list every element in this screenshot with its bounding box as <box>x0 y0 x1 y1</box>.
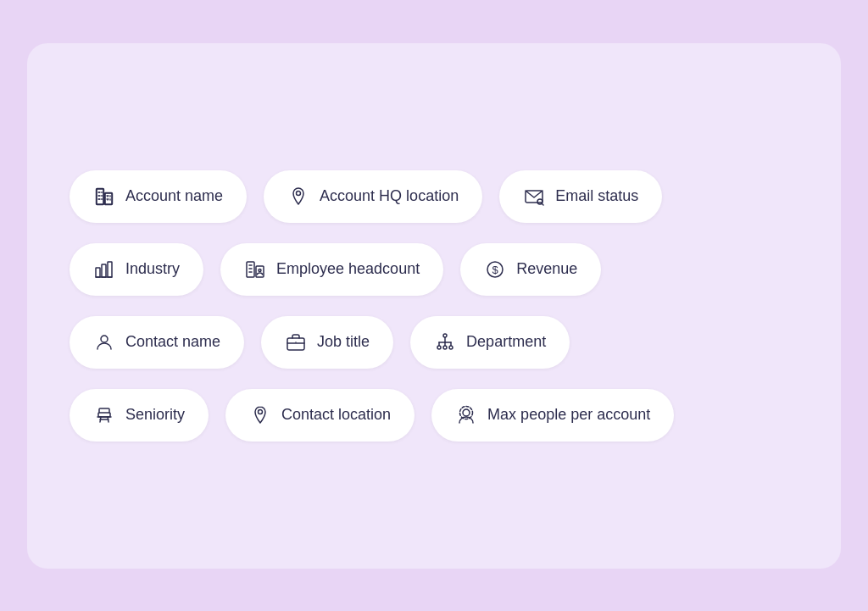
chip-industry[interactable]: Industry <box>70 243 203 296</box>
dollar-circle-icon: $ <box>484 258 506 281</box>
max-people-icon <box>455 404 477 426</box>
svg-point-57 <box>259 409 263 414</box>
row-2: Industry Employee headcount <box>70 243 798 296</box>
row-1: Account name Account HQ location Ema <box>70 170 798 223</box>
svg-point-40 <box>101 336 108 342</box>
chip-employee-headcount[interactable]: Employee headcount <box>220 243 443 296</box>
employee-headcount-label: Employee headcount <box>276 260 420 278</box>
svg-point-58 <box>463 409 470 416</box>
account-name-label: Account name <box>125 187 223 205</box>
chip-job-title[interactable]: Job title <box>261 316 393 369</box>
building-people-icon <box>244 258 266 281</box>
contact-location-label: Contact location <box>281 406 391 424</box>
svg-rect-41 <box>287 338 304 350</box>
svg-rect-0 <box>97 189 103 204</box>
svg-rect-28 <box>96 268 100 277</box>
email-status-label: Email status <box>555 187 638 205</box>
industry-icon <box>93 258 115 281</box>
building-icon <box>93 186 115 208</box>
seniority-label: Seniority <box>125 406 185 424</box>
chip-department[interactable]: Department <box>410 316 570 369</box>
contact-location-icon <box>249 404 271 426</box>
org-chart-icon <box>434 331 456 353</box>
svg-point-24 <box>297 191 301 195</box>
account-hq-label: Account HQ location <box>320 187 459 205</box>
row-4: Seniority Contact location Max people pe… <box>70 389 798 442</box>
svg-rect-12 <box>97 188 104 204</box>
briefcase-icon <box>285 331 307 353</box>
chip-revenue[interactable]: $ Revenue <box>460 243 601 296</box>
svg-rect-30 <box>108 262 112 277</box>
chip-contact-name[interactable]: Contact name <box>70 316 244 369</box>
contact-name-label: Contact name <box>125 333 220 351</box>
email-icon <box>523 186 545 208</box>
industry-label: Industry <box>125 260 180 278</box>
svg-text:$: $ <box>492 264 499 276</box>
chip-contact-location[interactable]: Contact location <box>225 389 415 442</box>
svg-line-27 <box>542 203 543 205</box>
chip-max-people-per-account[interactable]: Max people per account <box>431 389 674 442</box>
chair-icon <box>93 404 115 426</box>
svg-rect-32 <box>247 262 254 277</box>
svg-point-37 <box>259 269 261 271</box>
revenue-label: Revenue <box>516 260 577 278</box>
department-label: Department <box>466 333 546 351</box>
person-icon <box>93 331 115 353</box>
chip-email-status[interactable]: Email status <box>499 170 662 223</box>
job-title-label: Job title <box>317 333 370 351</box>
chip-seniority[interactable]: Seniority <box>70 389 209 442</box>
max-people-label: Max people per account <box>487 406 650 424</box>
chip-account-hq-location[interactable]: Account HQ location <box>264 170 482 223</box>
svg-rect-29 <box>102 264 106 277</box>
location-pin-icon <box>287 186 309 208</box>
svg-rect-53 <box>98 413 110 417</box>
row-3: Contact name Job title <box>70 316 798 369</box>
filter-card: Account name Account HQ location Ema <box>27 43 841 569</box>
chip-account-name[interactable]: Account name <box>70 170 247 223</box>
